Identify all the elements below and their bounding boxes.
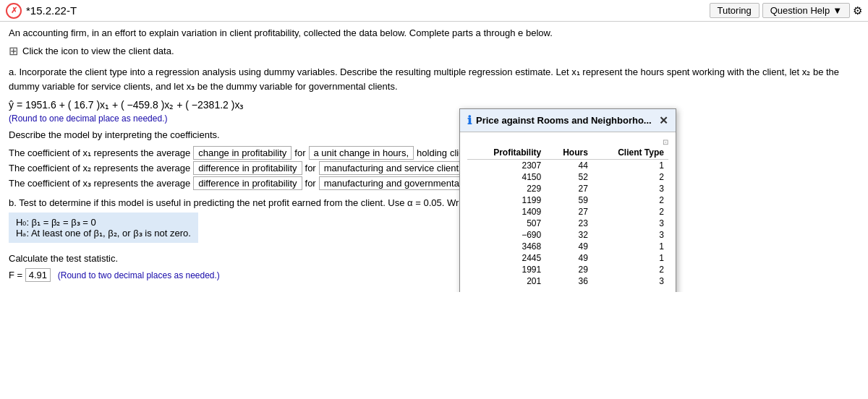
ha-text: Hₐ: At least one of β₁, β₂, or β₃ is not… [16, 228, 191, 239]
table-row: 1991292 [467, 264, 668, 275]
coeff-x2-box2[interactable]: manufacturing and service clients, [319, 161, 472, 175]
table-icon[interactable]: ⊞ [9, 44, 18, 58]
problem-intro: An accounting firm, in an effort to expl… [9, 27, 859, 38]
tutoring-button[interactable]: Tutoring [710, 3, 760, 18]
topbar: ✗ *15.2.22-T Tutoring Question Help ▼ ⚙ [0, 0, 868, 22]
main-content: An accounting firm, in an effort to expl… [0, 22, 868, 292]
resize-icon[interactable]: ⊡ [663, 138, 668, 146]
question-help-button[interactable]: Question Help ▼ [762, 3, 850, 18]
col-profitability: Profitability [467, 146, 545, 160]
popup-title: Price against Rooms and Neighborho... [476, 115, 652, 126]
coeff-x2-pre: The coefficient of x₂ represents the ave… [9, 163, 190, 173]
coeff-x2-box[interactable]: difference in profitability [193, 161, 302, 175]
click-icon-row: ⊞ Click the icon to view the client data… [9, 44, 859, 58]
f-label: F = [9, 270, 22, 280]
page-title: *15.2.22-T [26, 4, 77, 17]
table-row: 1409272 [467, 206, 668, 218]
data-table: Profitability Hours Client Type 23074414… [467, 146, 668, 287]
popup-header: ℹ Price against Rooms and Neighborho... … [460, 109, 676, 132]
popup-body: ⊡ Profitability Hours Client Type 230744… [460, 132, 676, 292]
equation-row: ŷ = 1951.6 + ( 16.7 )x₁ + ( −459.8 )x₂ +… [9, 99, 859, 111]
table-row: 2445491 [467, 252, 668, 264]
coeff-x1-row: The coefficient of x₁ represents the ave… [9, 146, 859, 160]
close-icon[interactable]: ✕ [659, 114, 668, 127]
coeff-x3-for: for [305, 178, 316, 189]
logo-icon: ✗ [6, 3, 22, 19]
logo-text: ✗ [11, 6, 17, 15]
coeff-x1-pre: The coefficient of x₁ represents the ave… [9, 147, 190, 158]
coeff-x1-holding: holding [417, 147, 447, 158]
dropdown-arrow-icon: ▼ [833, 5, 842, 16]
topbar-left: ✗ *15.2.22-T [6, 3, 77, 19]
question-help-label: Question Help [770, 5, 830, 16]
table-row: 4150522 [467, 171, 668, 183]
coeff-x1-box[interactable]: change in profitability [193, 146, 292, 160]
f-row: F = 4.91 (Round to two decimal places as… [9, 270, 859, 280]
coeff-x3-box[interactable]: difference in profitability [193, 176, 302, 190]
f-value: 4.91 [25, 268, 51, 282]
round-note-2: (Round to two decimal places as needed.) [58, 270, 220, 280]
settings-icon[interactable]: ⚙ [853, 4, 862, 17]
table-row: 229273 [467, 183, 668, 194]
calc-label: Calculate the test statistic. [9, 253, 118, 264]
info-icon: ℹ [467, 113, 472, 127]
data-popup: ℹ Price against Rooms and Neighborho... … [459, 108, 676, 292]
table-row: 1199592 [467, 194, 668, 206]
col-hours: Hours [545, 146, 592, 160]
popup-header-left: ℹ Price against Rooms and Neighborho... [467, 113, 652, 127]
equation-text: ŷ = 1951.6 + ( 16.7 )x₁ + ( −459.8 )x₂ +… [9, 99, 244, 111]
coeff-x1-for: for [294, 147, 305, 158]
coeff-x3-pre: The coefficient of x₃ represents the ave… [9, 178, 190, 189]
part-a-text: a. Incorporate the client type into a re… [9, 65, 859, 93]
coeff-x2-row: The coefficient of x₂ represents the ave… [9, 161, 859, 175]
col-client-type: Client Type [592, 146, 668, 160]
topbar-right: Tutoring Question Help ▼ ⚙ [710, 3, 862, 18]
table-row: 3468491 [467, 241, 668, 252]
coeff-x2-for: for [305, 163, 316, 173]
coeff-x3-row: The coefficient of x₃ represents the ave… [9, 176, 859, 190]
table-row: −690323 [467, 229, 668, 241]
coeff-x1-box2[interactable]: a unit change in hours, [309, 146, 414, 160]
click-icon-text: Click the icon to view the client data. [22, 46, 174, 56]
describe-model: Describe the model by interpreting the c… [9, 129, 859, 140]
table-row: 507233 [467, 218, 668, 229]
h0-text: H₀: β₁ = β₂ = β₃ = 0 [16, 217, 191, 228]
hypothesis-box: H₀: β₁ = β₂ = β₃ = 0 Hₐ: At least one of… [9, 213, 198, 243]
calc-row: Calculate the test statistic. [9, 253, 859, 264]
table-row: 2307441 [467, 160, 668, 172]
table-row: 201363 [467, 275, 668, 287]
round-note-1: (Round to one decimal place as needed.) [9, 113, 859, 124]
part-b-text: b. Test to determine if this model is us… [9, 197, 859, 208]
coeff-table: The coefficient of x₁ represents the ave… [9, 146, 859, 190]
